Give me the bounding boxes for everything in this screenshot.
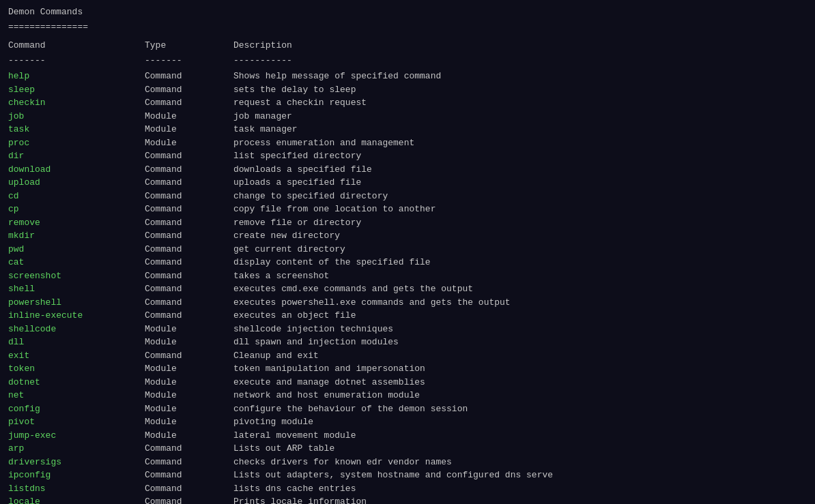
command-name: cd [8,190,145,203]
table-row: dotnetModuleexecute and manage dotnet as… [8,376,807,389]
command-type: Command [145,203,233,216]
command-name: remove [8,216,145,230]
table-row: downloadCommanddownloads a specified fil… [8,163,807,177]
command-description: takes a screenshot [233,269,329,283]
table-row: powershellCommandexecutes powershell.exe… [8,296,807,310]
command-name: proc [8,136,145,150]
command-type: Module [145,415,233,429]
command-description: Shows help message of specified command [233,70,441,83]
command-description: executes an object file [233,309,356,323]
command-name: locale [8,495,145,504]
command-type: Command [145,296,233,310]
command-description: get current directory [233,243,345,256]
command-type: Module [145,110,233,123]
command-type: Command [145,216,233,230]
header-row: Command Type Description [8,39,807,53]
command-type: Command [145,282,233,296]
command-name: pwd [8,243,145,256]
command-name: dll [8,336,145,349]
command-description: request a checkin request [233,96,367,110]
command-description: lateral movement module [233,429,356,443]
command-type: Module [145,389,233,402]
command-type: Command [145,96,233,110]
command-description: execute and manage dotnet assemblies [233,376,425,389]
command-description: remove file or directory [233,216,361,230]
command-name: inline-execute [8,309,145,323]
table-row: configModuleconfigure the behaviour of t… [8,402,807,416]
command-name: driversigs [8,456,145,469]
command-type: Module [145,136,233,150]
command-name: powershell [8,296,145,310]
table-row: removeCommandremove file or directory [8,216,807,230]
command-description: job manager [233,110,292,123]
table-row: arpCommandLists out ARP table [8,442,807,456]
command-type: Command [145,176,233,190]
table-row: tokenModuletoken manipulation and impers… [8,362,807,376]
command-type: Command [145,70,233,83]
command-name: config [8,402,145,416]
command-description: Prints locale information [233,495,367,504]
command-type: Command [145,349,233,363]
command-description: executes cmd.exe commands and gets the o… [233,282,473,296]
command-name: job [8,110,145,123]
table-row: uploadCommanduploads a specified file [8,176,807,190]
command-type: Command [145,229,233,243]
command-name: listdns [8,482,145,496]
table-row: catCommanddisplay content of the specifi… [8,256,807,269]
command-type: Module [145,429,233,443]
command-description: configure the behaviour of the demon ses… [233,402,468,416]
table-row: jobModulejob manager [8,110,807,123]
command-description: process enumeration and management [233,136,414,150]
command-type: Command [145,469,233,482]
command-description: checks drivers for known edr vendor name… [233,456,452,469]
command-name: checkin [8,96,145,110]
command-type: Module [145,123,233,136]
command-type: Command [145,269,233,283]
command-name: jump-exec [8,429,145,443]
command-description: uploads a specified file [233,176,361,190]
table-row: localeCommandPrints locale information [8,495,807,504]
header-type: Type [145,39,233,53]
table-row: driversigsCommandchecks drivers for know… [8,456,807,469]
command-type: Command [145,256,233,269]
table-row: listdnsCommandlists dns cache entries [8,482,807,496]
command-name: cat [8,256,145,269]
table-row: exitCommandCleanup and exit [8,349,807,363]
table-row: dirCommandlist specified directory [8,149,807,163]
command-type: Command [145,243,233,256]
header-command: Command [8,39,145,53]
command-name: help [8,70,145,83]
table-row: ipconfigCommandLists out adapters, syste… [8,469,807,482]
header-description: Description [233,39,292,53]
table-row: shellCommandexecutes cmd.exe commands an… [8,282,807,296]
command-name: arp [8,442,145,456]
command-description: network and host enumeration module [233,389,420,402]
terminal-window: Demon Commands =============== Command T… [0,0,815,504]
table-row: shellcodeModuleshellcode injection techn… [8,323,807,336]
command-type: Command [145,495,233,504]
command-name: mkdir [8,229,145,243]
command-name: ipconfig [8,469,145,482]
command-type: Command [145,83,233,97]
table-row: inline-executeCommandexecutes an object … [8,309,807,323]
table-row: taskModuletask manager [8,123,807,136]
separator-line: =============== [8,20,807,34]
command-name: dir [8,149,145,163]
command-description: sets the delay to sleep [233,83,356,97]
divider-row: ------- ------- ----------- [8,54,807,68]
table-row: sleepCommandsets the delay to sleep [8,83,807,97]
command-description: Lists out ARP table [233,442,334,456]
command-type: Command [145,482,233,496]
table-row: netModulenetwork and host enumeration mo… [8,389,807,402]
command-description: downloads a specified file [233,163,372,177]
command-name: exit [8,349,145,363]
command-type: Module [145,362,233,376]
table-row: pwdCommandget current directory [8,243,807,256]
command-type: Command [145,190,233,203]
command-description: change to specified directory [233,190,388,203]
command-name: screenshot [8,269,145,283]
command-name: token [8,362,145,376]
command-description: executes powershell.exe commands and get… [233,296,511,310]
divider-description: ----------- [233,54,292,68]
table-row: checkinCommandrequest a checkin request [8,96,807,110]
